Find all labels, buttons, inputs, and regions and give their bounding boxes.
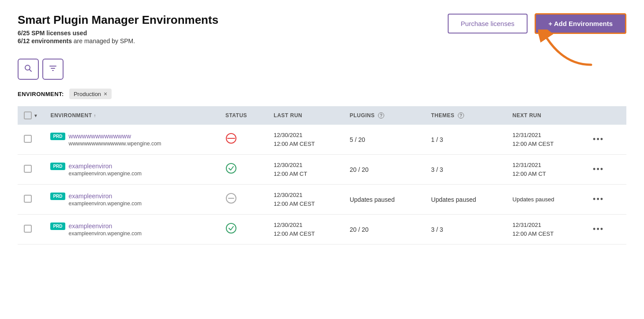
search-button[interactable] (18, 59, 39, 80)
cell-next-run: 12/31/202112:00 AM CT (506, 155, 583, 185)
add-environments-button[interactable]: + Add Environments (535, 13, 626, 34)
cell-last-run: 12/30/202112:00 AM CT (268, 155, 344, 185)
env-name: exampleenviron (69, 193, 142, 200)
cell-environment: PRD exampleenviron exampleenviron.wpengi… (44, 155, 219, 185)
cell-last-run: 12/30/202112:00 AM CEST (268, 215, 344, 245)
next-run-value: 12/31/202112:00 AM CEST (513, 221, 577, 238)
cell-checkbox (18, 125, 44, 155)
svg-point-8 (226, 223, 236, 233)
th-status: STATUS (219, 106, 268, 125)
th-plugins: PLUGINS ? (344, 106, 425, 125)
header-left: Smart Plugin Manager Environments 6/25 S… (18, 13, 218, 45)
status-icon (225, 195, 237, 206)
plugins-value: 5 / 20 (350, 136, 365, 143)
row-checkbox[interactable] (24, 135, 32, 143)
prd-badge: PRD (50, 193, 65, 200)
themes-value: Updates paused (431, 196, 476, 203)
next-run-value: Updates paused (513, 195, 577, 204)
cell-status (219, 185, 268, 215)
cell-plugins: 20 / 20 (344, 215, 425, 245)
env-link[interactable]: exampleenviron (69, 193, 112, 200)
table-row: PRD exampleenviron exampleenviron.wpengi… (18, 185, 626, 215)
prd-badge: PRD (50, 163, 65, 170)
header-right: Purchase licenses + Add Environments (448, 13, 626, 34)
table-row: PRD exampleenviron exampleenviron.wpengi… (18, 155, 626, 185)
cell-more: ••• (583, 155, 626, 185)
row-checkbox[interactable] (24, 195, 32, 203)
status-icon (225, 165, 237, 176)
cell-themes: 3 / 3 (425, 215, 506, 245)
search-icon (24, 64, 33, 75)
page-header: Smart Plugin Manager Environments 6/25 S… (18, 13, 626, 45)
filter-tag-label: Production (74, 91, 101, 97)
plugins-value: Updates paused (350, 196, 395, 203)
cell-next-run: Updates paused (506, 185, 583, 215)
th-next-run: NEXT RUN (506, 106, 583, 125)
cell-plugins: Updates paused (344, 185, 425, 215)
cell-next-run: 12/31/202112:00 AM CEST (506, 125, 583, 155)
env-name: wwwwwwwwwwwwww (69, 133, 161, 140)
row-checkbox[interactable] (24, 165, 32, 173)
themes-help-icon[interactable]: ? (458, 112, 464, 119)
sort-up-icon: ↑ (94, 113, 97, 118)
more-actions-button[interactable]: ••• (589, 223, 607, 236)
env-link[interactable]: exampleenviron (69, 163, 112, 170)
th-environment[interactable]: ENVIRONMENT ↑ (44, 106, 219, 125)
env-link[interactable]: exampleenviron (69, 223, 112, 230)
more-actions-button[interactable]: ••• (589, 193, 607, 206)
filter-row: ENVIRONMENT: Production × (18, 89, 626, 99)
prd-badge: PRD (50, 223, 65, 230)
env-count: 6/12 environments (18, 37, 72, 45)
cell-more: ••• (583, 185, 626, 215)
table-body: PRD wwwwwwwwwwwwww wwwwwwwwwwwwwww.wpeng… (18, 125, 626, 245)
cell-themes: 1 / 3 (425, 125, 506, 155)
plugins-value: 20 / 20 (350, 226, 369, 233)
env-name: exampleenviron (69, 223, 142, 230)
cell-last-run: 12/30/202112:00 AM CEST (268, 125, 344, 155)
environments-table: ▼ ENVIRONMENT ↑ STATUS LAST RUN PLUGINS … (18, 106, 626, 245)
row-checkbox[interactable] (24, 225, 32, 233)
svg-point-5 (226, 163, 236, 173)
themes-value: 3 / 3 (431, 166, 443, 173)
cell-environment: PRD exampleenviron exampleenviron.wpengi… (44, 215, 219, 245)
more-actions-button[interactable]: ••• (589, 133, 607, 146)
status-icon (225, 225, 237, 236)
env-url: wwwwwwwwwwwwwww.wpengine.com (69, 141, 161, 147)
th-last-run: LAST RUN (268, 106, 344, 125)
toolbar (18, 59, 626, 80)
more-actions-button[interactable]: ••• (589, 163, 607, 176)
last-run-value: 12/30/202112:00 AM CEST (274, 131, 337, 148)
cell-status (219, 215, 268, 245)
cell-environment: PRD wwwwwwwwwwwwww wwwwwwwwwwwwwww.wpeng… (44, 125, 219, 155)
env-link[interactable]: wwwwwwwwwwwwww (69, 133, 131, 140)
select-all-checkbox[interactable] (24, 111, 32, 119)
plugins-value: 20 / 20 (350, 166, 369, 173)
licenses-used: 6/25 SPM licenses used (18, 30, 218, 37)
cell-environment: PRD exampleenviron exampleenviron.wpengi… (44, 185, 219, 215)
filter-icon (49, 64, 57, 75)
filter-tag-production[interactable]: Production × (69, 89, 112, 99)
cell-checkbox (18, 155, 44, 185)
last-run-value: 12/30/202112:00 AM CEST (274, 191, 337, 208)
next-run-value: 12/31/202112:00 AM CEST (513, 131, 577, 148)
purchase-licenses-button[interactable]: Purchase licenses (448, 14, 528, 33)
cell-more: ••• (583, 215, 626, 245)
env-url: exampleenviron.wpengine.com (69, 171, 142, 177)
env-url: exampleenviron.wpengine.com (69, 230, 142, 237)
plugins-help-icon[interactable]: ? (378, 112, 384, 119)
cell-themes: Updates paused (425, 185, 506, 215)
cell-status (219, 125, 268, 155)
page-title: Smart Plugin Manager Environments (18, 13, 218, 27)
th-actions (583, 106, 626, 125)
env-url: exampleenviron.wpengine.com (69, 200, 142, 207)
table-row: PRD wwwwwwwwwwwwww wwwwwwwwwwwwwww.wpeng… (18, 125, 626, 155)
last-run-value: 12/30/202112:00 AM CEST (274, 221, 337, 238)
environments-managed: 6/12 environments are managed by SPM. (18, 37, 218, 45)
filter-label: ENVIRONMENT: (18, 91, 64, 97)
next-run-value: 12/31/202112:00 AM CT (513, 161, 577, 178)
filter-tag-close[interactable]: × (104, 90, 107, 97)
filter-button[interactable] (42, 59, 64, 80)
table-header: ▼ ENVIRONMENT ↑ STATUS LAST RUN PLUGINS … (18, 106, 626, 125)
cell-checkbox (18, 185, 44, 215)
themes-value: 3 / 3 (431, 226, 443, 233)
